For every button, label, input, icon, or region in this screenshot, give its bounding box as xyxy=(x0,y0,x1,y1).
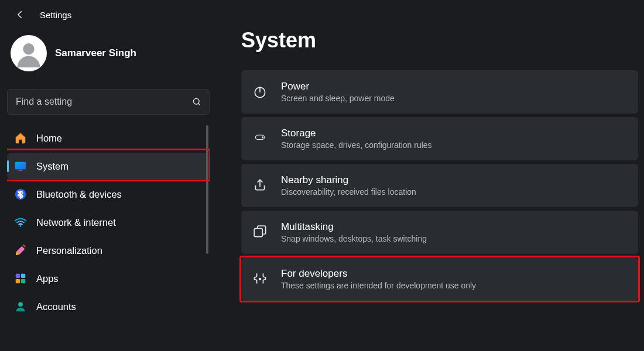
sidebar-item-personalization[interactable]: Personalization xyxy=(7,238,210,263)
scrollbar-thumb[interactable] xyxy=(206,125,208,254)
home-icon xyxy=(14,132,27,144)
setting-title: Power xyxy=(281,81,395,92)
apps-icon xyxy=(14,272,27,285)
svg-rect-6 xyxy=(22,244,26,247)
sidebar-item-apps[interactable]: Apps xyxy=(7,266,210,291)
account-name: Samarveer Singh xyxy=(55,47,136,59)
back-button[interactable] xyxy=(14,8,27,21)
svg-rect-8 xyxy=(21,274,25,278)
setting-card-storage[interactable]: Storage Storage space, drives, configura… xyxy=(241,117,638,160)
brush-icon xyxy=(14,244,27,257)
setting-desc: Storage space, drives, configuration rul… xyxy=(281,140,432,150)
svg-rect-2 xyxy=(15,162,26,170)
svg-point-0 xyxy=(23,43,34,54)
svg-point-1 xyxy=(193,98,199,104)
svg-rect-15 xyxy=(254,229,262,237)
sidebar-item-label: Bluetooth & devices xyxy=(36,189,122,200)
settings-list: Power Screen and sleep, power mode Stora… xyxy=(241,70,644,301)
sidebar-item-system[interactable]: System xyxy=(7,153,210,179)
sidebar-scrollbar[interactable] xyxy=(206,125,208,351)
sidebar-item-bluetooth[interactable]: Bluetooth & devices xyxy=(7,181,210,207)
bluetooth-icon xyxy=(14,188,27,201)
accounts-icon xyxy=(14,300,27,313)
svg-rect-7 xyxy=(16,274,20,278)
sidebar-item-accounts[interactable]: Accounts xyxy=(7,294,210,319)
header-bar: Settings xyxy=(0,0,644,23)
person-icon xyxy=(12,36,46,70)
setting-card-nearby-sharing[interactable]: Nearby sharing Discoverability, received… xyxy=(241,164,638,207)
page-title: System xyxy=(241,28,644,53)
sidebar-item-label: Accounts xyxy=(36,301,76,312)
sidebar-item-label: Apps xyxy=(36,273,59,284)
avatar xyxy=(11,35,47,71)
svg-point-16 xyxy=(259,278,261,280)
search-icon xyxy=(191,97,202,107)
setting-card-multitasking[interactable]: Multitasking Snap windows, desktops, tas… xyxy=(241,211,638,254)
nav-list: Home System Bluetooth & devices xyxy=(7,125,210,351)
sidebar-item-label: System xyxy=(36,161,68,172)
sidebar-item-label: Network & internet xyxy=(36,217,116,228)
setting-title: Multitasking xyxy=(281,221,427,233)
search-box[interactable] xyxy=(7,89,210,115)
setting-desc: Discoverability, received files location xyxy=(281,187,416,197)
setting-title: For developers xyxy=(281,268,476,280)
window-title: Settings xyxy=(40,10,71,20)
sidebar-item-label: Personalization xyxy=(36,245,102,256)
sidebar: Samarveer Singh Home xyxy=(0,23,217,351)
svg-point-14 xyxy=(262,137,263,138)
setting-card-power[interactable]: Power Screen and sleep, power mode xyxy=(241,70,638,113)
storage-icon xyxy=(252,130,268,147)
sidebar-item-home[interactable]: Home xyxy=(7,125,210,151)
developer-icon xyxy=(252,271,268,287)
setting-desc: Snap windows, desktops, task switching xyxy=(281,234,427,243)
search-input[interactable] xyxy=(16,97,191,107)
setting-desc: Screen and sleep, power mode xyxy=(281,94,395,103)
sidebar-item-network[interactable]: Network & internet xyxy=(7,209,210,235)
setting-title: Storage xyxy=(281,128,432,139)
display-icon xyxy=(14,160,27,173)
setting-card-for-developers[interactable]: For developers These settings are intend… xyxy=(241,257,638,301)
setting-desc: These settings are intended for developm… xyxy=(281,281,476,290)
power-icon xyxy=(252,84,268,100)
svg-rect-9 xyxy=(16,279,20,283)
share-icon xyxy=(252,177,268,194)
arrow-left-icon xyxy=(15,9,26,20)
main-content: System Power Screen and sleep, power mod… xyxy=(217,23,644,351)
wifi-icon xyxy=(14,216,27,229)
account-block[interactable]: Samarveer Singh xyxy=(7,32,210,77)
setting-title: Nearby sharing xyxy=(281,174,416,186)
svg-point-5 xyxy=(20,225,22,227)
sidebar-item-label: Home xyxy=(36,133,62,144)
svg-rect-10 xyxy=(21,279,25,283)
svg-point-11 xyxy=(18,302,23,307)
svg-rect-3 xyxy=(18,170,22,171)
multitasking-icon xyxy=(252,224,268,240)
